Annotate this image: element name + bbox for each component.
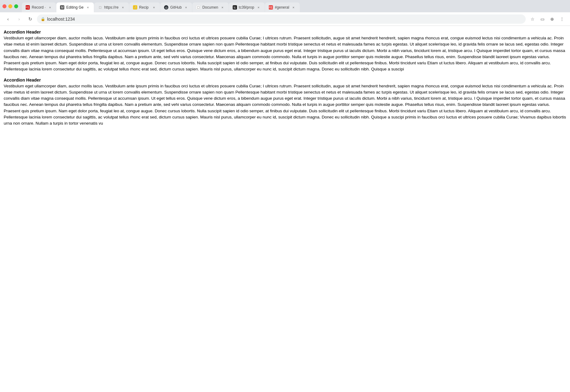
- toolbar-actions: ☆ ▭ ⊕ ⋮: [528, 15, 566, 23]
- window-controls: [2, 4, 18, 8]
- browser-chrome: RERecord ·×MEditing Ge×☐https://re×🍴Reci…: [0, 0, 570, 392]
- tab-tc39-close[interactable]: ×: [256, 5, 261, 10]
- lens-button[interactable]: ⊕: [548, 15, 556, 23]
- page-content: Accordion HeaderVestibulum eget ullamcor…: [0, 26, 570, 392]
- tab-docs[interactable]: ☐Documen×: [192, 2, 228, 12]
- close-button[interactable]: [2, 4, 6, 8]
- tab-recipe-label: Recip: [139, 5, 150, 10]
- address-bar: ‹ › ↻ 🔒 localhost:1234 ☆ ▭ ⊕ ⋮: [0, 12, 570, 26]
- tab-github-close[interactable]: ×: [183, 5, 188, 10]
- menu-button[interactable]: ⋮: [558, 15, 566, 23]
- url-bar[interactable]: 🔒 localhost:1234: [37, 14, 526, 24]
- accordion-body-1: Vestibulum eget ullamcorper diam, auctor…: [4, 83, 566, 127]
- tab-recipe[interactable]: 🍴Recip×: [129, 2, 160, 12]
- tab-general-label: #general: [275, 5, 289, 10]
- minimize-button[interactable]: [8, 4, 12, 8]
- forward-button[interactable]: ›: [15, 15, 23, 23]
- tab-recipe-close[interactable]: ×: [151, 5, 156, 10]
- tab-general-close[interactable]: ×: [291, 5, 296, 10]
- tab-editing-label: Editing Ge: [66, 5, 83, 10]
- tab-general[interactable]: RE#general×: [265, 2, 300, 12]
- accordion-body-0: Vestibulum eget ullamcorper diam, auctor…: [4, 35, 566, 73]
- tab-https-favicon: ☐: [98, 5, 102, 10]
- tab-docs-close[interactable]: ×: [220, 5, 225, 10]
- tab-record-label: Record ·: [32, 5, 46, 10]
- tab-record[interactable]: RERecord ·×: [22, 2, 56, 12]
- tab-docs-label: Documen: [202, 5, 218, 10]
- reload-button[interactable]: ↻: [26, 15, 34, 23]
- tab-docs-favicon: ☐: [196, 5, 200, 10]
- tab-github-favicon: ◎: [164, 5, 168, 10]
- back-button[interactable]: ‹: [4, 15, 12, 23]
- tab-general-favicon: RE: [269, 5, 273, 10]
- tab-github[interactable]: ◎GitHub×: [160, 2, 192, 12]
- tab-bar: RERecord ·×MEditing Ge×☐https://re×🍴Reci…: [0, 0, 570, 12]
- accordion-header-1[interactable]: Accordion Header: [4, 78, 566, 82]
- tab-github-label: GitHub: [170, 5, 182, 10]
- tab-https-label: https://re: [104, 5, 118, 10]
- bookmark-button[interactable]: ☆: [528, 15, 537, 23]
- tab-editing-close[interactable]: ×: [85, 5, 90, 10]
- tab-record-favicon: RE: [26, 5, 30, 10]
- url-text: localhost:1234: [47, 17, 75, 22]
- tab-editing[interactable]: MEditing Ge×: [56, 2, 94, 12]
- tab-tc39-label: tc39/prop: [239, 5, 254, 10]
- tab-https[interactable]: ☐https://re×: [94, 2, 129, 12]
- lock-icon: 🔒: [41, 17, 45, 21]
- tab-editing-favicon: M: [60, 5, 64, 10]
- tab-record-close[interactable]: ×: [47, 5, 52, 10]
- accordion-header-0[interactable]: Accordion Header: [4, 30, 566, 34]
- tabs-container: RERecord ·×MEditing Ge×☐https://re×🍴Reci…: [22, 0, 568, 12]
- tab-tc39-favicon: tc: [233, 5, 237, 10]
- tab-recipe-favicon: 🍴: [133, 5, 137, 10]
- maximize-button[interactable]: [14, 4, 18, 8]
- tab-https-close[interactable]: ×: [120, 5, 125, 10]
- cast-button[interactable]: ▭: [538, 15, 547, 23]
- tab-tc39[interactable]: tctc39/prop×: [229, 2, 265, 12]
